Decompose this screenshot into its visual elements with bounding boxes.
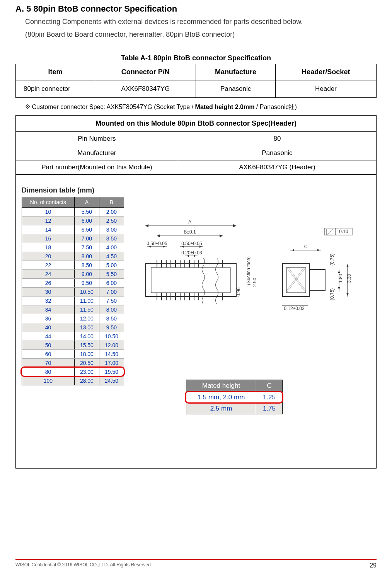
customer-spec-note: ※ Customer connector Spec: AXK5F80547YG … — [25, 103, 377, 111]
dim-cell: 5.00 — [99, 261, 124, 270]
svg-marker-1 — [145, 224, 148, 227]
dim-cell: 7.00 — [74, 234, 99, 243]
intro-text-2: (80pin Board to Board connector, hereina… — [25, 31, 377, 39]
dim-cell: 24 — [22, 270, 75, 279]
dim-cell: 24.50 — [99, 377, 124, 385]
page-footer: WISOL Confidential © 2016 WISOL CO.,LTD.… — [15, 559, 377, 569]
svg-marker-2 — [233, 224, 236, 227]
dim-cell: 17.00 — [99, 359, 124, 368]
svg-marker-56 — [317, 249, 320, 251]
dim-table-title: Dimension table (mm) — [22, 186, 124, 194]
dim-cell: 8.50 — [74, 261, 99, 270]
dim-row: 269.506.00 — [22, 279, 124, 288]
svg-text:0.50±0.05: 0.50±0.05 — [181, 241, 202, 246]
th-hs: Header/Socket — [275, 64, 376, 80]
mated-table-wrapper: Mated heightC1.5 mm, 2.0 mm1.252.5 mm1.7… — [136, 380, 370, 414]
dim-cell: 19.50 — [99, 368, 124, 377]
dim-cell: 100 — [22, 377, 75, 385]
svg-marker-68 — [338, 271, 340, 273]
dim-cell: 8.00 — [99, 305, 124, 314]
mated-th: Mated height — [186, 380, 256, 392]
dimension-table: No. of contactsAB105.502.00126.002.50146… — [22, 197, 124, 385]
dim-cell: 4.50 — [99, 252, 124, 261]
dim-cell: 9.50 — [99, 323, 124, 332]
svg-text:(Suction face): (Suction face) — [246, 256, 251, 285]
svg-text:0.50±0.05: 0.50±0.05 — [147, 241, 167, 246]
svg-text:B±0.1: B±0.1 — [184, 229, 196, 235]
dim-row: 105.502.00 — [22, 208, 124, 216]
dim-cell: 14 — [22, 225, 75, 234]
dim-cell: 28.00 — [74, 377, 99, 385]
dim-cell: 20 — [22, 252, 75, 261]
module-row: Manufacturer Panasonic — [16, 146, 377, 160]
module-row: Part number(Mounted on this Module) AXK6… — [16, 160, 377, 175]
spec-table: Item Connector P/N Manufacture Header/So… — [15, 64, 377, 98]
page-number: 29 — [370, 562, 377, 569]
diagram-cell: Dimension table (mm) No. of contactsAB10… — [16, 175, 377, 469]
svg-text:0.12±0.03: 0.12±0.03 — [284, 306, 305, 311]
mr-label: Pin Numbers — [16, 132, 178, 146]
dim-cell: 6.00 — [74, 216, 99, 225]
module-row: Pin Numbers 80 — [16, 132, 377, 146]
dim-cell: 11.00 — [74, 297, 99, 305]
dim-cell: 44 — [22, 332, 75, 341]
td-pn: AXK6F80347YG — [95, 80, 196, 98]
dim-cell: 9.00 — [74, 270, 99, 279]
dim-row: 8023.0019.50 — [22, 368, 124, 377]
dim-cell: 7.50 — [74, 243, 99, 252]
dim-cell: 6.50 — [74, 225, 99, 234]
dim-row: 167.003.50 — [22, 234, 124, 243]
dim-cell: 7.00 — [99, 288, 124, 297]
dim-cell: 12.00 — [99, 341, 124, 350]
dim-row: 4414.0010.50 — [22, 332, 124, 341]
spec-table-header-row: Item Connector P/N Manufacture Header/So… — [16, 64, 377, 80]
svg-text:A: A — [188, 219, 191, 225]
dim-cell: 34 — [22, 305, 75, 314]
mated-cell: 1.75 — [256, 403, 282, 414]
svg-text:3.30: 3.30 — [346, 274, 352, 283]
dim-row: 10028.0024.50 — [22, 377, 124, 385]
module-table-header: Mounted on this Module 80pin BtoB connec… — [16, 116, 377, 132]
td-hs: Header — [275, 80, 376, 98]
dim-row: 187.504.00 — [22, 243, 124, 252]
dim-cell: 5.50 — [74, 208, 99, 216]
dim-cell: 12.00 — [74, 314, 99, 323]
drawing-and-mated-block: A B±0.1 0.50±0.05 — [136, 182, 370, 414]
td-item: 80pin connector — [16, 80, 95, 98]
dim-row: 7020.5017.00 — [22, 359, 124, 368]
dim-cell: 80 — [22, 368, 75, 377]
dim-row: 3612.008.50 — [22, 314, 124, 323]
dim-cell: 32 — [22, 297, 75, 305]
dim-cell: 13.00 — [74, 323, 99, 332]
svg-marker-55 — [292, 249, 294, 251]
dim-row: 146.503.00 — [22, 225, 124, 234]
dim-cell: 2.00 — [99, 208, 124, 216]
mated-cell: 1.25 — [256, 392, 282, 403]
note-suffix: / Panasonic社) — [254, 104, 297, 110]
dim-cell: 18.00 — [74, 350, 99, 359]
dim-th: B — [99, 197, 124, 208]
dim-row: 126.002.50 — [22, 216, 124, 225]
footer-copyright: WISOL Confidential © 2016 WISOL CO.,LTD.… — [15, 562, 151, 569]
svg-text:0.96: 0.96 — [236, 287, 241, 297]
dim-row: 4013.009.50 — [22, 323, 124, 332]
dim-row: 3211.007.50 — [22, 297, 124, 305]
mated-row: 2.5 mm1.75 — [186, 403, 283, 414]
svg-marker-69 — [338, 287, 340, 290]
svg-rect-21 — [151, 268, 230, 293]
dim-cell: 11.50 — [74, 305, 99, 314]
mr-label: Part number(Mounted on this Module) — [16, 160, 178, 175]
mated-th: C — [256, 380, 282, 392]
dim-row: 5015.5012.00 — [22, 341, 124, 350]
dim-cell: 23.00 — [74, 368, 99, 377]
dim-cell: 6.00 — [99, 279, 124, 288]
dim-cell: 9.50 — [74, 279, 99, 288]
dim-cell: 14.50 — [99, 350, 124, 359]
dim-cell: 36 — [22, 314, 75, 323]
td-mfr: Panasonic — [196, 80, 275, 98]
dim-cell: 60 — [22, 350, 75, 359]
dim-cell: 10.50 — [74, 288, 99, 297]
svg-rect-20 — [145, 264, 236, 297]
svg-marker-73 — [346, 293, 349, 295]
dim-th: No. of contacts — [22, 197, 75, 208]
